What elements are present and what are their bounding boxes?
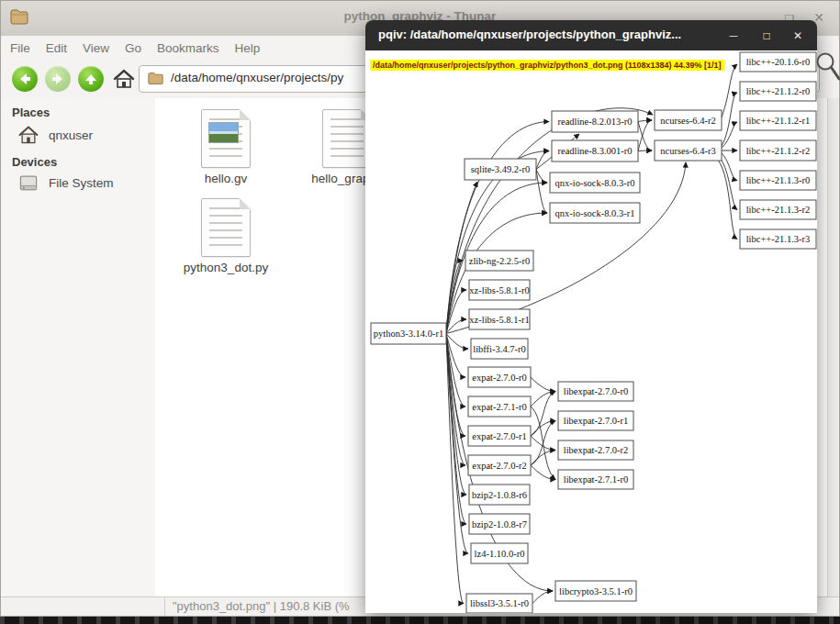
pqiv-close-icon[interactable]: ✕ xyxy=(790,28,806,44)
menu-bookmarks[interactable]: Bookmarks xyxy=(157,41,219,55)
graph-node-label-libcpp2112r0: libc++-21.1.2-r0 xyxy=(746,86,811,96)
graph-node-label-libcpp2016r0: libc++-20.1.6-r0 xyxy=(746,57,811,67)
graph-node-label-libssl3: libssl3-3.5.1-r0 xyxy=(470,598,529,608)
graph-edge-expat270r2-libexpat270r1 xyxy=(531,421,555,466)
graph-edge-libssl3-libcrypto3 xyxy=(532,591,553,604)
graph-node-label-qnxio1: qnx-io-sock-8.0.3-r1 xyxy=(555,208,635,218)
back-arrow-icon xyxy=(17,71,33,87)
graph-edge-python3-readline82 xyxy=(446,122,549,334)
graph-edge-readline83-ncurses2 xyxy=(638,120,652,151)
file-thumbnail xyxy=(208,122,239,143)
back-button[interactable] xyxy=(12,66,38,92)
graph-node-label-readline82: readline-8.2.013-r0 xyxy=(557,117,632,127)
dependency-graph-image: python3-3.14.0-r1sqlite-3.49.2-r0readlin… xyxy=(365,50,817,613)
graph-node-label-expat270r1: expat-2.7.0-r1 xyxy=(472,431,526,441)
graph-node-label-libcpp2112r1: libc++-21.1.2-r1 xyxy=(746,116,811,126)
graph-node-label-libexpat270r0: libexpat-2.7.0-r0 xyxy=(564,386,629,396)
graph-edge-readline82-ncurses3 xyxy=(638,122,652,151)
thunar-sidebar: Places qnxuser Devices xyxy=(1,98,156,597)
home-icon xyxy=(17,124,39,146)
file-icon xyxy=(322,109,372,168)
graph-node-label-lz4: lz4-1.10.0-r0 xyxy=(475,549,525,559)
graph-node-label-sqlite: sqlite-3.49.2-r0 xyxy=(471,164,531,174)
cursor-magnifier-icon xyxy=(815,50,840,88)
file-view-scrollbar[interactable] xyxy=(827,98,839,597)
graph-edge-sqlite-qnxio1 xyxy=(536,170,547,214)
sidebar-item-label: File System xyxy=(49,176,114,190)
graph-node-label-xzlibs0: xz-libs-5.8.1-r0 xyxy=(469,285,529,295)
sidebar-item-label: qnxuser xyxy=(49,128,93,142)
graph-node-label-libexpat270r2: libexpat-2.7.0-r2 xyxy=(564,445,629,455)
menu-edit[interactable]: Edit xyxy=(46,41,67,55)
graph-node-label-bzip7: bzip2-1.0.8-r7 xyxy=(472,519,527,529)
graph-edge-ncurses3-libcpp2112r1 xyxy=(722,122,737,148)
graph-edge-ncurses2-libcpp2016r0 xyxy=(722,64,737,117)
graph-edge-sqlite-readline83 xyxy=(536,151,549,170)
menu-go[interactable]: Go xyxy=(125,41,141,55)
graph-node-label-zlibng: zlib-ng-2.2.5-r0 xyxy=(469,256,530,266)
home-button[interactable] xyxy=(111,66,137,92)
menu-file[interactable]: File xyxy=(10,41,30,55)
file-icon xyxy=(201,109,251,168)
drive-icon xyxy=(17,172,39,194)
file-icon xyxy=(201,198,251,257)
graph-edge-expat270r1-libexpat270r0 xyxy=(531,392,555,437)
home-icon xyxy=(111,66,137,92)
places-header: Places xyxy=(12,106,50,119)
graph-edge-ncurses3-libcpp2113r3 xyxy=(718,160,737,240)
graph-node-label-ncurses2: ncurses-6.4-r2 xyxy=(660,116,715,126)
pqiv-status-overlay: /data/home/qnxuser/projects/python_graph… xyxy=(370,60,724,71)
graph-node-label-python3: python3-3.14.0-r1 xyxy=(374,329,443,339)
path-value: /data/home/qnxuser/projects/py xyxy=(171,71,343,84)
graph-node-label-libcpp2113r0: libc++-21.1.3-r0 xyxy=(746,175,811,185)
graph-edge-ncurses3-libcpp2112r0 xyxy=(722,93,737,146)
sidebar-item-qnxuser[interactable]: qnxuser xyxy=(17,124,93,146)
pqiv-titlebar[interactable]: pqiv: /data/home/qnxuser/projects/python… xyxy=(365,20,817,50)
graph-node-label-expat270r2: expat-2.7.0-r2 xyxy=(472,461,526,471)
devices-header: Devices xyxy=(12,155,57,169)
graph-node-label-readline83: readline-8.3.001-r0 xyxy=(557,146,632,156)
file-hello-gv[interactable]: hello.gv xyxy=(175,109,276,185)
graph-node-label-qnxio0: qnx-io-sock-8.0.3-r0 xyxy=(555,178,635,188)
graph-node-label-libexpat270r1: libexpat-2.7.0-r1 xyxy=(564,416,629,426)
graph-node-label-libcpp2113r3: libc++-21.1.3-r3 xyxy=(746,234,811,244)
graph-edge-expat270r2-libexpat271r0 xyxy=(531,465,555,480)
desktop-screen: python_graphviz - Thunar ❏ ✕ File Edit V… xyxy=(0,0,840,624)
graph-edge-ncurses3-libcpp2113r0 xyxy=(722,153,737,181)
graph-node-label-ncurses3: ncurses-6.4-r3 xyxy=(660,146,715,156)
pqiv-window: pqiv: /data/home/qnxuser/projects/python… xyxy=(365,20,817,613)
graph-node-label-xzlibs1: xz-libs-5.8.1-r1 xyxy=(469,315,529,325)
graph-node-label-libcpp2113r2: libc++-21.1.3-r2 xyxy=(746,205,811,215)
file-name: python3_dot.py xyxy=(175,261,276,274)
graph-edge-expat270r0-libexpat270r0 xyxy=(531,377,555,392)
pqiv-image-area: /data/home/qnxuser/projects/python_graph… xyxy=(365,50,817,613)
forward-arrow-icon xyxy=(50,71,66,87)
taskbar-strip[interactable] xyxy=(0,617,840,624)
sidebar-item-filesystem[interactable]: File System xyxy=(17,172,114,194)
graph-node-label-libcpp2112r2: libc++-21.1.2-r2 xyxy=(746,146,811,156)
graph-edge-readline83-ncurses3 xyxy=(638,150,652,151)
graph-node-label-expat270r0: expat-2.7.0-r0 xyxy=(472,373,526,383)
menu-view[interactable]: View xyxy=(83,41,109,55)
menu-help[interactable]: Help xyxy=(235,41,261,55)
pqiv-minimize-icon[interactable]: ─ xyxy=(725,28,742,44)
graph-node-label-libexpat271r0: libexpat-2.7.1-r0 xyxy=(564,474,629,485)
file-name: hello.gv xyxy=(175,172,276,185)
path-folder-icon xyxy=(148,72,163,89)
pqiv-maximize-icon[interactable]: □ xyxy=(758,28,775,44)
pqiv-window-title: pqiv: /data/home/qnxuser/projects/python… xyxy=(378,28,681,41)
status-text: "python3_dot.png" | 190.8 KiB (% xyxy=(173,597,350,615)
up-arrow-icon xyxy=(83,71,99,87)
graph-node-label-bzip6: bzip2-1.0.8-r6 xyxy=(472,490,527,500)
graph-node-label-libffi: libffi-3.4.7-r0 xyxy=(473,344,526,354)
forward-button[interactable] xyxy=(45,66,71,92)
up-button[interactable] xyxy=(78,66,104,92)
graph-node-label-expat271r0: expat-2.7.1-r0 xyxy=(472,402,526,412)
graph-node-label-libcrypto3: libcrypto3-3.5.1-r0 xyxy=(559,586,633,596)
file-python3-dot-py[interactable]: python3_dot.py xyxy=(175,198,276,274)
